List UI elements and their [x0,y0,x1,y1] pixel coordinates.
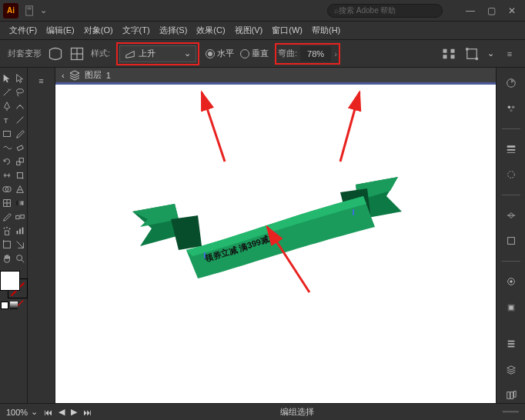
symbols-panel-icon[interactable] [503,208,520,223]
appearance-panel-icon[interactable] [503,274,520,289]
nav-prev-icon[interactable]: ◀ [59,407,65,417]
svg-point-50 [511,106,514,109]
mesh-tool[interactable] [1,197,13,209]
menu-type[interactable]: 文字(T) [119,23,153,38]
blend-tool[interactable] [14,211,26,223]
brushes-panel-icon[interactable] [503,168,520,183]
control-bar: 封套变形 样式: 上升 ⌄ 水平 垂直 弯曲: › ⌄ ≡ [0,40,525,68]
eraser-tool[interactable] [14,142,26,154]
width-tool[interactable] [1,169,13,182]
svg-point-59 [510,280,513,283]
symbol-sprayer-tool[interactable] [1,225,13,237]
ribbon-artwork[interactable]: 领券立减 满399减50 [125,177,410,269]
chevron-left-icon[interactable]: ‹ [62,71,65,80]
active-layer: 1 [106,71,111,80]
svg-point-51 [510,109,513,112]
chevron-right-icon[interactable]: › [334,49,337,58]
magic-wand-tool[interactable] [1,86,13,98]
libraries-icon[interactable] [503,388,520,403]
minimize-button[interactable]: — [466,5,475,16]
type-tool[interactable]: T [1,114,13,126]
envelope-mesh-icon[interactable] [69,46,85,62]
svg-rect-21 [18,173,23,178]
menu-file[interactable]: 文件(F) [6,23,40,38]
bend-label: 弯曲: [278,48,297,59]
menu-bar: 文件(F) 编辑(E) 对象(O) 文字(T) 选择(S) 效果(C) 视图(V… [0,22,525,40]
fill-stroke-swatch[interactable] [0,271,28,298]
radio-vertical[interactable]: 垂直 [240,48,269,59]
menu-edit[interactable]: 编辑(E) [43,23,78,38]
paintbrush-tool[interactable] [14,128,26,140]
transform-panel-icon[interactable] [503,234,520,249]
svg-point-11 [466,47,469,50]
free-transform-tool[interactable] [14,169,26,182]
selection-tool[interactable] [1,72,13,85]
menu-window[interactable]: 窗口(W) [269,23,306,38]
stroke-panel-icon[interactable] [503,142,520,157]
menu-effect[interactable]: 效果(C) [193,23,228,38]
chevron-down-icon[interactable]: ⌄ [40,5,47,15]
color-mode-toggles[interactable] [1,302,27,309]
search-input[interactable]: ⌕ 搜索 Adobe 帮助 [327,4,443,18]
status-text: 编组选择 [280,407,314,416]
svg-rect-6 [443,48,447,52]
chevron-down-icon[interactable]: ⌄ [487,48,494,58]
svg-point-33 [4,228,5,229]
svg-rect-30 [16,215,19,218]
lasso-tool[interactable] [14,86,26,98]
transform-icon[interactable] [464,46,480,62]
slice-tool[interactable] [14,238,26,251]
swatches-panel-icon[interactable] [503,102,520,117]
shaper-tool[interactable] [1,142,13,154]
rotate-tool[interactable] [1,155,13,168]
svg-point-35 [9,228,11,230]
chevron-down-icon: ⌄ [184,48,191,58]
window-titlebar: Ai ⌄ ⌕ 搜索 Adobe 帮助 — ▢ ✕ [0,0,525,22]
nav-first-icon[interactable]: ⏮ [44,408,52,417]
bend-input[interactable] [300,46,331,62]
graph-tool[interactable] [14,225,26,237]
canvas[interactable]: 领券立减 满399减50 [55,85,496,403]
svg-rect-7 [451,48,455,52]
align-icon[interactable] [441,46,456,62]
menu-view[interactable]: 视图(V) [232,23,266,38]
gradient-tool[interactable] [14,197,26,209]
line-tool[interactable] [14,114,26,126]
scrollbar-handle[interactable]: ━━━ [503,407,519,417]
color-panel-icon[interactable] [503,75,520,91]
zoom-control[interactable]: 100%⌄ [6,407,38,417]
svg-line-16 [17,117,24,124]
menu-object[interactable]: 对象(O) [81,23,116,38]
properties-icon[interactable]: ≡ [33,72,50,89]
envelope-warp-icon[interactable] [48,46,63,62]
warp-style-dropdown[interactable]: 上升 ⌄ [119,45,196,62]
scale-tool[interactable] [14,155,26,168]
maximize-button[interactable]: ▢ [487,5,496,16]
radio-horizontal[interactable]: 水平 [206,48,234,59]
artboard-tool[interactable] [1,238,13,251]
hand-tool[interactable] [1,252,13,265]
direct-selection-tool[interactable] [14,72,26,85]
shape-builder-tool[interactable] [1,183,13,195]
menu-select[interactable]: 选择(S) [156,23,191,38]
nav-last-icon[interactable]: ⏭ [83,408,92,417]
menu-help[interactable]: 帮助(H) [309,23,343,38]
eyedropper-tool[interactable] [1,211,13,223]
nav-next-icon[interactable]: ▶ [71,407,77,417]
svg-rect-67 [513,391,516,397]
svg-rect-8 [443,55,447,58]
align-panel-icon[interactable] [503,336,520,352]
perspective-tool[interactable] [14,183,26,195]
svg-rect-31 [21,215,24,218]
rectangle-tool[interactable] [1,128,13,140]
zoom-tool[interactable] [14,252,26,265]
svg-point-34 [6,227,8,228]
panel-menu-icon[interactable]: ≡ [502,46,517,62]
svg-point-49 [507,106,510,109]
layers-panel-icon[interactable] [503,362,520,378]
close-button[interactable]: ✕ [508,5,516,16]
svg-point-22 [17,172,18,174]
curvature-tool[interactable] [14,100,26,112]
graphic-styles-icon[interactable] [503,300,520,315]
pen-tool[interactable] [1,100,13,112]
